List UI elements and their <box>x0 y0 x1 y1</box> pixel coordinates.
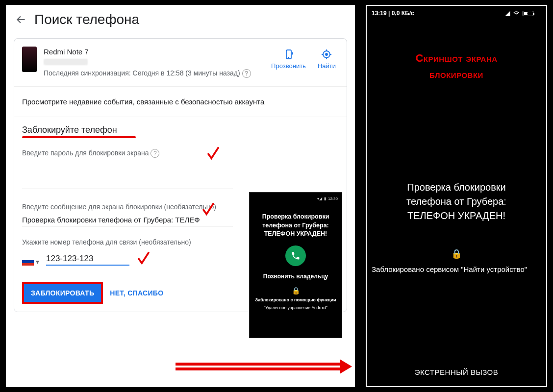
preview-statusbar: ▾◢ ▮ 12:30 <box>317 196 338 201</box>
signal-icon: ◢ <box>505 10 510 17</box>
help-icon[interactable]: ? <box>242 69 251 78</box>
call-owner-label: Позвонить владельцу <box>263 273 328 280</box>
device-info: Redmi Note 7 Последняя синхронизация: Се… <box>44 47 271 78</box>
lock-message: Проверка блокировки телефона от Грубера:… <box>367 180 546 223</box>
signal-icon: ▾◢ <box>317 196 322 201</box>
password-input[interactable] <box>22 176 233 189</box>
annotation-title-l1: Скриншот экрана <box>367 50 546 66</box>
lock-msg-l2: телефона от Грубера: <box>376 195 537 209</box>
device-row: Redmi Note 7 Последняя синхронизация: Се… <box>14 39 347 86</box>
battery-percent: 43 <box>527 11 532 16</box>
annotation-title: Скриншот экрана блокировки <box>367 50 546 82</box>
lock-icon: 🔒 <box>292 287 300 294</box>
statusbar: 13:19 | 0,0 КБ/с ◢ 43 <box>367 6 546 21</box>
header: Поиск телефона <box>6 5 355 32</box>
lock-icon: 🔒 <box>367 248 546 259</box>
help-icon[interactable]: ? <box>151 149 159 158</box>
lock-screen-screenshot: 13:19 | 0,0 КБ/с ◢ 43 Скриншот экрана бл… <box>366 5 547 387</box>
preview-lock-note: Заблокировано с помощью функции <box>255 297 336 302</box>
flag-ru-icon <box>22 258 34 266</box>
locked-by-text: Заблокировано сервисом "Найти устройство… <box>367 264 546 274</box>
device-thumbnail <box>22 47 37 72</box>
find-action[interactable]: Найти <box>318 49 336 70</box>
preview-msg: Проверка блокировки телефона от Грубера:… <box>262 213 329 239</box>
preview-msg-l3: ТЕЛЕФОН УКРАДЕН! <box>262 230 329 239</box>
lock-screen-preview: ▾◢ ▮ 12:30 Проверка блокировки телефона … <box>249 192 342 338</box>
annotation-check-icon <box>136 251 151 266</box>
preview-msg-l1: Проверка блокировки <box>262 213 329 221</box>
password-field-row: Введите пароль для блокировки экрана ? <box>22 149 339 189</box>
battery-icon: ▮ <box>324 196 326 201</box>
status-time: 13:19 | 0,0 КБ/с <box>372 10 414 17</box>
find-my-phone-panel: Поиск телефона Redmi Note 7 Последняя си… <box>6 5 355 387</box>
device-sync-text: Последняя синхронизация: Сегодня в 12:58… <box>44 69 240 77</box>
annotation-check-icon <box>201 202 216 217</box>
annotation-title-l2: блокировки <box>367 66 546 82</box>
device-name: Redmi Note 7 <box>44 47 271 58</box>
back-arrow-icon[interactable] <box>15 13 27 26</box>
ring-icon <box>283 49 295 60</box>
find-label: Найти <box>318 62 336 70</box>
page-title: Поиск телефона <box>34 12 139 27</box>
ring-action[interactable]: Прозвонить <box>271 49 306 70</box>
country-flag-select[interactable]: ▾ <box>22 258 39 266</box>
phone-icon <box>291 251 301 261</box>
preview-lock-note2: "Удаленное управление Android" <box>264 305 327 310</box>
svg-marker-10 <box>340 359 352 374</box>
device-account-blurred <box>44 59 88 65</box>
find-icon <box>321 49 332 60</box>
svg-point-3 <box>326 53 327 55</box>
call-owner-button[interactable] <box>285 245 306 266</box>
message-label: Введите сообщение для экрана блокировки … <box>22 203 216 211</box>
annotation-arrow-icon <box>176 359 352 374</box>
chevron-down-icon: ▾ <box>36 258 39 266</box>
lock-heading: Заблокируйте телефон <box>22 125 117 135</box>
lock-button[interactable]: ЗАБЛОКИРОВАТЬ <box>22 282 103 304</box>
preview-msg-l2: телефона от Грубера: <box>262 221 329 230</box>
device-actions: Прозвонить Найти <box>271 47 339 78</box>
preview-time: 12:30 <box>328 196 338 201</box>
security-review-link[interactable]: Просмотрите недавние события, связанные … <box>14 86 347 117</box>
annotation-underline <box>22 136 136 138</box>
ring-label: Прозвонить <box>271 62 306 70</box>
emergency-call-button[interactable]: ЭКСТРЕННЫЙ ВЫЗОВ <box>367 368 546 386</box>
phone-label: Укажите номер телефона для связи (необяз… <box>22 238 191 246</box>
callback-phone-input[interactable] <box>46 253 129 266</box>
no-thanks-button[interactable]: НЕТ, СПАСИБО <box>110 289 163 297</box>
wifi-icon <box>513 10 520 16</box>
status-icons: ◢ 43 <box>505 10 541 17</box>
lock-msg-l1: Проверка блокировки <box>376 180 537 195</box>
lock-msg-l3: ТЕЛЕФОН УКРАДЕН! <box>376 209 537 223</box>
password-label: Введите пароль для блокировки экрана <box>22 149 149 157</box>
annotation-check-icon <box>206 146 221 161</box>
